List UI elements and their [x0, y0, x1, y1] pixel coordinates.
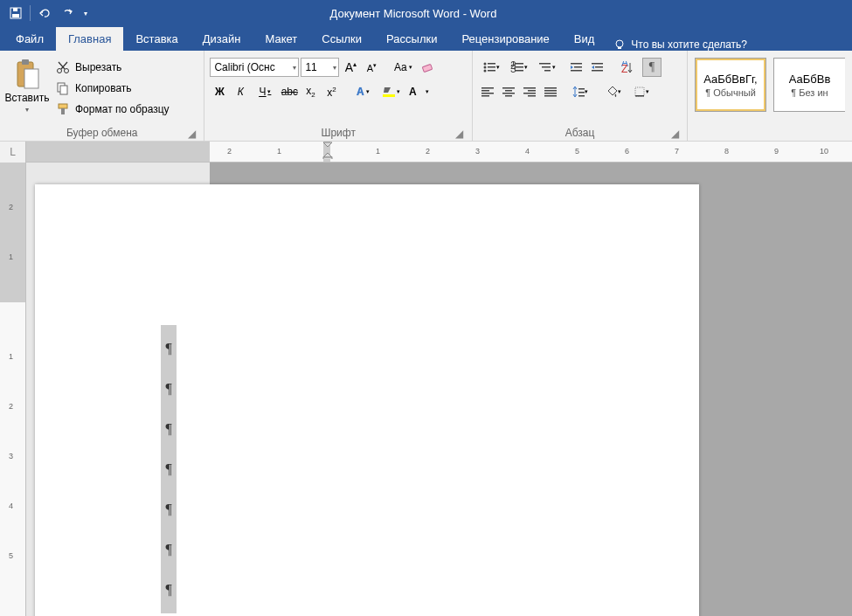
- undo-button[interactable]: [34, 3, 55, 24]
- redo-button[interactable]: [57, 3, 78, 24]
- align-center-button[interactable]: [499, 82, 518, 101]
- text-effects-button[interactable]: A▾: [350, 82, 376, 101]
- pilcrow-mark[interactable]: ¶: [163, 489, 175, 529]
- tab-view[interactable]: Вид: [562, 27, 607, 51]
- pilcrow-mark[interactable]: ¶: [163, 529, 175, 570]
- svg-rect-55: [578, 88, 585, 90]
- align-right-button[interactable]: [520, 82, 539, 101]
- line-spacing-button[interactable]: ▾: [567, 82, 593, 101]
- format-painter-button[interactable]: Формат по образцу: [52, 100, 173, 119]
- align-left-button[interactable]: [478, 82, 497, 101]
- tab-review[interactable]: Рецензирование: [449, 27, 561, 51]
- pilcrow-mark[interactable]: ¶: [163, 329, 175, 369]
- pilcrow-mark[interactable]: ¶: [163, 570, 175, 610]
- tell-me-search[interactable]: Что вы хотите сделать?: [606, 38, 754, 51]
- style-normal[interactable]: АаБбВвГг, ¶ Обычный: [695, 58, 766, 112]
- tab-design[interactable]: Дизайн: [190, 27, 253, 51]
- svg-rect-52: [544, 90, 557, 92]
- justify-icon: [544, 87, 557, 97]
- justify-button[interactable]: [541, 82, 560, 101]
- copy-button[interactable]: Копировать: [52, 79, 173, 98]
- svg-rect-33: [571, 70, 582, 72]
- tab-file[interactable]: Файл: [3, 27, 56, 51]
- svg-rect-21: [488, 70, 495, 72]
- change-case-button[interactable]: Aa▾: [390, 58, 416, 77]
- subscript-button[interactable]: x2: [301, 82, 320, 101]
- style-normal-name: ¶ Обычный: [705, 87, 756, 98]
- group-paragraph: ▾ 123▾ ▾ AZ ¶ ▾ ▾ ▾: [473, 51, 688, 141]
- style-nospacing-name: ¶ Без ин: [791, 87, 828, 98]
- font-name-select[interactable]: Calibri (Оснс ▾: [210, 58, 299, 77]
- horizontal-ruler[interactable]: 2 1 1 2 3 4 5 6 7 8 9 10: [26, 142, 852, 162]
- h-mark: 1: [277, 147, 281, 156]
- copy-icon: [56, 81, 70, 95]
- style-no-spacing[interactable]: АаБбВв ¶ Без ин: [773, 58, 845, 112]
- font-color-button[interactable]: A▾: [405, 82, 432, 101]
- svg-point-20: [483, 70, 486, 73]
- svg-rect-44: [505, 90, 512, 92]
- shrink-font-button[interactable]: A▾: [362, 58, 381, 77]
- svg-rect-53: [544, 93, 557, 94]
- svg-rect-11: [60, 86, 67, 94]
- h-mark: 9: [774, 147, 779, 156]
- svg-rect-7: [24, 69, 38, 88]
- h-mark: 1: [376, 147, 380, 156]
- page[interactable]: ¶ ¶ ¶ ¶ ¶ ¶ ¶: [35, 184, 699, 616]
- underline-label: Ч: [259, 86, 266, 98]
- show-marks-button[interactable]: ¶: [642, 58, 662, 77]
- paragraph-launcher[interactable]: ◢: [669, 128, 680, 139]
- v-mark: 1: [9, 352, 13, 361]
- cut-label: Вырезать: [75, 61, 121, 73]
- indent-marker-icon[interactable]: [322, 142, 333, 159]
- numbering-icon: 123: [510, 61, 524, 73]
- align-right-icon: [523, 87, 536, 97]
- change-case-label: Aa: [394, 61, 407, 73]
- tab-home[interactable]: Главная: [56, 27, 123, 51]
- v-mark: 4: [9, 502, 13, 510]
- undo-icon: [38, 7, 51, 19]
- underline-button[interactable]: Ч▾: [252, 82, 278, 101]
- pilcrow-mark[interactable]: ¶: [163, 409, 175, 449]
- pilcrow-mark[interactable]: ¶: [163, 369, 175, 409]
- bold-button[interactable]: Ж: [210, 82, 229, 101]
- tab-insert[interactable]: Вставка: [123, 27, 190, 51]
- strike-button[interactable]: abc: [280, 82, 299, 101]
- paste-button[interactable]: Вставить ▾: [5, 54, 49, 117]
- shading-button[interactable]: ▾: [600, 82, 627, 101]
- h-mark: 6: [625, 147, 629, 156]
- tab-references[interactable]: Ссылки: [309, 27, 374, 51]
- clear-formatting-button[interactable]: [418, 58, 437, 77]
- increase-indent-button[interactable]: [588, 58, 607, 77]
- sort-button[interactable]: AZ: [614, 58, 641, 77]
- svg-rect-30: [544, 70, 551, 72]
- pilcrow-mark[interactable]: ¶: [163, 449, 175, 489]
- decrease-indent-button[interactable]: [567, 58, 586, 77]
- svg-rect-19: [488, 66, 495, 68]
- group-clipboard: Вставить ▾ Вырезать Копировать Формат по…: [0, 51, 204, 141]
- svg-rect-1: [12, 14, 19, 17]
- clipboard-launcher[interactable]: ◢: [186, 128, 197, 139]
- h-mark: 7: [675, 147, 679, 156]
- tab-layout[interactable]: Макет: [253, 27, 309, 51]
- highlight-button[interactable]: ▾: [378, 82, 404, 101]
- ruler-corner[interactable]: L: [0, 142, 26, 163]
- borders-button[interactable]: ▾: [628, 82, 655, 101]
- superscript-button[interactable]: x2: [322, 82, 341, 101]
- multilevel-icon: [538, 61, 552, 73]
- tab-mailings[interactable]: Рассылки: [374, 27, 449, 51]
- font-size-select[interactable]: 11 ▾: [301, 58, 339, 77]
- font-launcher[interactable]: ◢: [454, 128, 465, 139]
- bullets-button[interactable]: ▾: [478, 58, 504, 77]
- numbering-button[interactable]: 123▾: [506, 58, 532, 77]
- grow-font-button[interactable]: A▴: [341, 58, 360, 77]
- svg-rect-51: [544, 87, 557, 89]
- vertical-ruler[interactable]: 2 1 1 2 3 4 5: [0, 163, 26, 616]
- svg-rect-49: [523, 93, 536, 94]
- cut-button[interactable]: Вырезать: [52, 58, 173, 77]
- save-button[interactable]: [5, 3, 26, 24]
- italic-button[interactable]: К: [231, 82, 250, 101]
- v-mark: 2: [9, 203, 13, 211]
- multilevel-button[interactable]: ▾: [534, 58, 560, 77]
- document-canvas[interactable]: ¶ ¶ ¶ ¶ ¶ ¶ ¶: [26, 163, 852, 616]
- qat-customize[interactable]: ▾: [80, 3, 92, 24]
